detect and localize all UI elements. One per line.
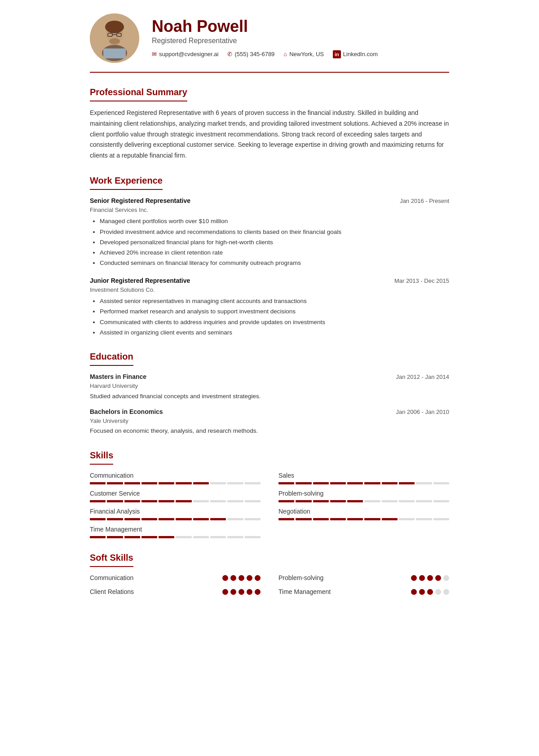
dot-filled — [255, 589, 261, 595]
education-section: Education Masters in Finance Jan 2012 - … — [90, 350, 449, 436]
bullet: Communicated with clients to address inq… — [100, 318, 449, 327]
skill-bar — [90, 536, 261, 538]
email-value: support@cvdesigner.ai — [159, 50, 218, 59]
skill-item: Problem-solving — [278, 489, 449, 502]
job-0-title: Senior Registered Representative — [90, 196, 190, 206]
job-0-header: Senior Registered Representative Jan 201… — [90, 196, 449, 206]
skill-seg-filled — [176, 500, 191, 502]
dots — [222, 589, 261, 595]
dot-filled — [230, 575, 236, 581]
job-0: Senior Registered Representative Jan 201… — [90, 196, 449, 268]
skill-seg-filled — [90, 536, 106, 538]
skill-item: Financial Analysis — [90, 507, 261, 520]
skill-seg-empty — [416, 500, 432, 502]
skill-seg-filled — [278, 500, 294, 502]
skill-seg-empty — [227, 518, 243, 520]
skill-bar — [278, 482, 449, 484]
dot-filled — [222, 589, 228, 595]
soft-skill-item: Problem-solving — [278, 573, 449, 583]
skill-seg-empty — [210, 482, 226, 484]
dots — [411, 575, 449, 581]
skill-seg-filled — [107, 536, 123, 538]
edu-0-school: Harvard University — [90, 382, 449, 391]
skill-seg-empty — [416, 482, 432, 484]
skill-seg-filled — [364, 482, 380, 484]
skill-name: Financial Analysis — [90, 507, 261, 516]
dot-empty — [443, 589, 449, 595]
skill-seg-empty — [399, 518, 415, 520]
soft-skill-item: Communication — [90, 573, 261, 583]
skill-seg-filled — [124, 500, 140, 502]
skill-seg-empty — [433, 482, 449, 484]
job-1-date: Mar 2013 - Dec 2015 — [394, 277, 449, 286]
dots — [411, 589, 449, 595]
skill-seg-filled — [90, 518, 106, 520]
dot-empty — [443, 575, 449, 581]
edu-1-school: Yale University — [90, 417, 449, 426]
edu-1-degree: Bachelors in Economics — [90, 407, 163, 417]
dot-filled — [247, 589, 252, 595]
dot-filled — [222, 575, 228, 581]
job-1-company: Investment Solutions Co. — [90, 286, 449, 294]
skills-title: Skills — [90, 448, 113, 465]
soft-skill-name: Time Management — [278, 587, 331, 597]
skills-grid: CommunicationSalesCustomer ServiceProble… — [90, 471, 449, 538]
edu-1-header: Bachelors in Economics Jan 2006 - Jan 20… — [90, 407, 449, 417]
skill-seg-empty — [227, 482, 243, 484]
skill-seg-filled — [296, 500, 311, 502]
skill-bar — [90, 482, 261, 484]
skill-seg-filled — [399, 482, 415, 484]
bullet: Conducted seminars on financial literacy… — [100, 259, 449, 268]
skill-seg-filled — [193, 518, 209, 520]
skill-seg-filled — [347, 482, 363, 484]
skill-seg-filled — [141, 518, 157, 520]
skill-seg-filled — [176, 518, 191, 520]
bullet: Assisted senior representatives in manag… — [100, 297, 449, 306]
dot-filled — [419, 589, 425, 595]
education-title: Education — [90, 350, 133, 366]
dot-filled — [239, 575, 244, 581]
soft-skill-name: Problem-solving — [278, 573, 323, 583]
skill-item: Negotiation — [278, 507, 449, 520]
skill-seg-filled — [141, 536, 157, 538]
skill-seg-filled — [107, 500, 123, 502]
svg-rect-8 — [103, 48, 126, 58]
dot-filled — [427, 575, 433, 581]
skill-item: Customer Service — [90, 489, 261, 502]
skill-seg-filled — [347, 500, 363, 502]
skill-seg-filled — [159, 482, 174, 484]
skill-name: Communication — [90, 471, 261, 480]
skill-seg-filled — [330, 482, 346, 484]
bullet: Performed market research and analysis t… — [100, 307, 449, 316]
dot-empty — [435, 589, 441, 595]
skill-seg-filled — [141, 500, 157, 502]
skill-seg-filled — [296, 482, 311, 484]
job-0-bullets: Managed client portfolios worth over $10… — [90, 217, 449, 268]
dot-filled — [411, 589, 417, 595]
skill-seg-filled — [313, 500, 329, 502]
skill-seg-empty — [245, 518, 261, 520]
avatar — [90, 13, 139, 63]
skill-seg-filled — [90, 482, 106, 484]
skill-seg-filled — [176, 482, 191, 484]
phone-value: (555) 345-6789 — [234, 50, 274, 59]
skill-name: Sales — [278, 471, 449, 480]
header-info: Noah Powell Registered Representative ✉ … — [152, 18, 449, 58]
job-0-date: Jan 2016 - Present — [400, 197, 449, 206]
skill-seg-empty — [364, 500, 380, 502]
soft-skills-section: Soft Skills CommunicationProblem-solving… — [90, 551, 449, 597]
skill-seg-filled — [159, 500, 174, 502]
skill-bar — [90, 500, 261, 502]
skill-seg-empty — [193, 500, 209, 502]
skill-seg-filled — [90, 500, 106, 502]
dot-filled — [419, 575, 425, 581]
skill-seg-empty — [433, 500, 449, 502]
skill-seg-filled — [278, 482, 294, 484]
dot-filled — [411, 575, 417, 581]
job-1-title: Junior Registered Representative — [90, 276, 190, 286]
skill-name: Negotiation — [278, 507, 449, 516]
skill-seg-filled — [330, 500, 346, 502]
skill-seg-filled — [107, 518, 123, 520]
skill-seg-filled — [347, 518, 363, 520]
skill-seg-filled — [124, 518, 140, 520]
